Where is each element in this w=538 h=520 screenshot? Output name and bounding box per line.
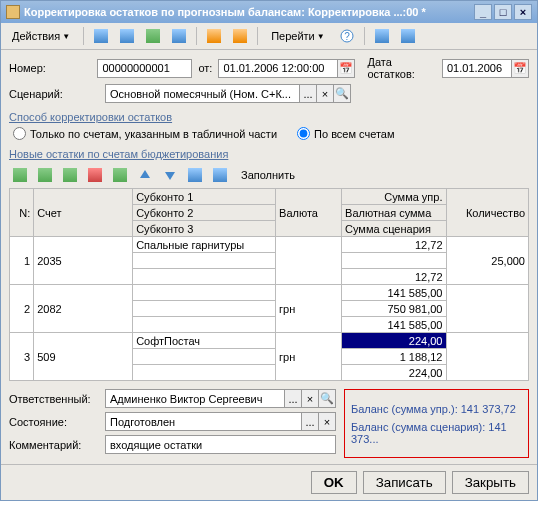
- table-row[interactable]: 3 509 СофтПостач грн 224,00: [10, 333, 529, 349]
- grid-edit-icon[interactable]: [34, 166, 56, 184]
- window-title: Корректировка остатков по прогнозным бал…: [24, 6, 472, 18]
- number-input[interactable]: [97, 59, 192, 78]
- grid-move-up-icon[interactable]: [134, 166, 156, 184]
- grid-move-down-icon[interactable]: [159, 166, 181, 184]
- balance-summary-box: Баланс (сумма упр.): 141 373,72 Баланс (…: [344, 389, 529, 458]
- footer: OK Записать Закрыть: [1, 464, 537, 500]
- toolbar-btn-6[interactable]: [229, 26, 251, 46]
- comment-label: Комментарий:: [9, 439, 99, 451]
- col-n[interactable]: N:: [10, 189, 34, 237]
- selected-cell[interactable]: 224,00: [342, 333, 446, 349]
- col-amt-mgmt[interactable]: Сумма упр.: [342, 189, 446, 205]
- scenario-search-icon[interactable]: 🔍: [334, 84, 351, 103]
- col-sub2[interactable]: Субконто 2: [133, 205, 276, 221]
- save-button[interactable]: Записать: [363, 471, 446, 494]
- help-button[interactable]: ?: [336, 26, 358, 46]
- grid-toolbar: Заполнить: [9, 164, 529, 188]
- comment-input[interactable]: [105, 435, 336, 454]
- col-sub1[interactable]: Субконто 1: [133, 189, 276, 205]
- responsible-clear-button[interactable]: ×: [302, 389, 319, 408]
- app-icon: [6, 5, 20, 19]
- toolbar-btn-1[interactable]: [90, 26, 112, 46]
- responsible-search-icon[interactable]: 🔍: [319, 389, 336, 408]
- radio-all-accounts[interactable]: По всем счетам: [297, 127, 395, 140]
- col-currency[interactable]: Валюта: [276, 189, 342, 237]
- ok-button[interactable]: OK: [311, 471, 357, 494]
- scenario-clear-button[interactable]: ×: [317, 84, 334, 103]
- toolbar-btn-3[interactable]: [142, 26, 164, 46]
- col-sub3[interactable]: Субконто 3: [133, 221, 276, 237]
- date-picker-icon[interactable]: 📅: [338, 59, 355, 78]
- radio-specified-label: Только по счетам, указанным в табличной …: [30, 128, 277, 140]
- grid-btn-5[interactable]: [109, 166, 131, 184]
- balance-scenario: Баланс (сумма сценария): 141 373...: [351, 421, 522, 445]
- new-balances-title: Новые остатки по счетам бюджетирования: [9, 148, 529, 160]
- col-account[interactable]: Счет: [34, 189, 133, 237]
- scenario-select-button[interactable]: ...: [300, 84, 317, 103]
- state-label: Состояние:: [9, 416, 99, 428]
- toolbar-btn-7[interactable]: [371, 26, 393, 46]
- correction-method-title: Способ корректировки остатков: [9, 111, 529, 123]
- toolbar-btn-4[interactable]: [168, 26, 190, 46]
- toolbar-btn-5[interactable]: [203, 26, 225, 46]
- state-input[interactable]: [105, 412, 302, 431]
- number-label: Номер:: [9, 62, 91, 74]
- grid-copy-icon[interactable]: [59, 166, 81, 184]
- balances-table: N: Счет Субконто 1 Валюта Сумма упр. Кол…: [9, 188, 529, 381]
- responsible-input[interactable]: [105, 389, 285, 408]
- table-row[interactable]: 1 2035 Спальные гарнитуры 12,72 25,000: [10, 237, 529, 253]
- minimize-button[interactable]: _: [474, 4, 492, 20]
- table-row[interactable]: 2 2082 грн 141 585,00: [10, 285, 529, 301]
- radio-specified-accounts[interactable]: Только по счетам, указанным в табличной …: [13, 127, 277, 140]
- actions-menu[interactable]: Действия▼: [5, 26, 77, 46]
- maximize-button[interactable]: □: [494, 4, 512, 20]
- scenario-label: Сценарий:: [9, 88, 99, 100]
- balance-date-input[interactable]: [442, 59, 512, 78]
- go-menu[interactable]: Перейти▼: [264, 26, 332, 46]
- radio-all-label: По всем счетам: [314, 128, 395, 140]
- responsible-label: Ответственный:: [9, 393, 99, 405]
- balance-date-label: Дата остатков:: [367, 56, 436, 80]
- balance-date-picker-icon[interactable]: 📅: [512, 59, 529, 78]
- grid-sort-asc-icon[interactable]: [184, 166, 206, 184]
- state-select-button[interactable]: ...: [302, 412, 319, 431]
- titlebar: Корректировка остатков по прогнозным бал…: [1, 1, 537, 23]
- date-input[interactable]: [218, 59, 338, 78]
- balance-mgmt: Баланс (сумма упр.): 141 373,72: [351, 403, 522, 415]
- grid-sort-desc-icon[interactable]: [209, 166, 231, 184]
- col-qty[interactable]: Количество: [446, 189, 529, 237]
- grid-add-icon[interactable]: [9, 166, 31, 184]
- state-clear-button[interactable]: ×: [319, 412, 336, 431]
- from-label: от:: [198, 62, 212, 74]
- responsible-select-button[interactable]: ...: [285, 389, 302, 408]
- scenario-input[interactable]: [105, 84, 300, 103]
- close-form-button[interactable]: Закрыть: [452, 471, 529, 494]
- toolbar-btn-2[interactable]: [116, 26, 138, 46]
- fill-button[interactable]: Заполнить: [234, 166, 302, 184]
- svg-text:?: ?: [344, 31, 350, 42]
- grid-delete-icon[interactable]: [84, 166, 106, 184]
- main-toolbar: Действия▼ Перейти▼ ?: [1, 23, 537, 50]
- col-amt-scen[interactable]: Сумма сценария: [342, 221, 446, 237]
- col-amt-curr[interactable]: Валютная сумма: [342, 205, 446, 221]
- close-button[interactable]: ×: [514, 4, 532, 20]
- toolbar-btn-8[interactable]: [397, 26, 419, 46]
